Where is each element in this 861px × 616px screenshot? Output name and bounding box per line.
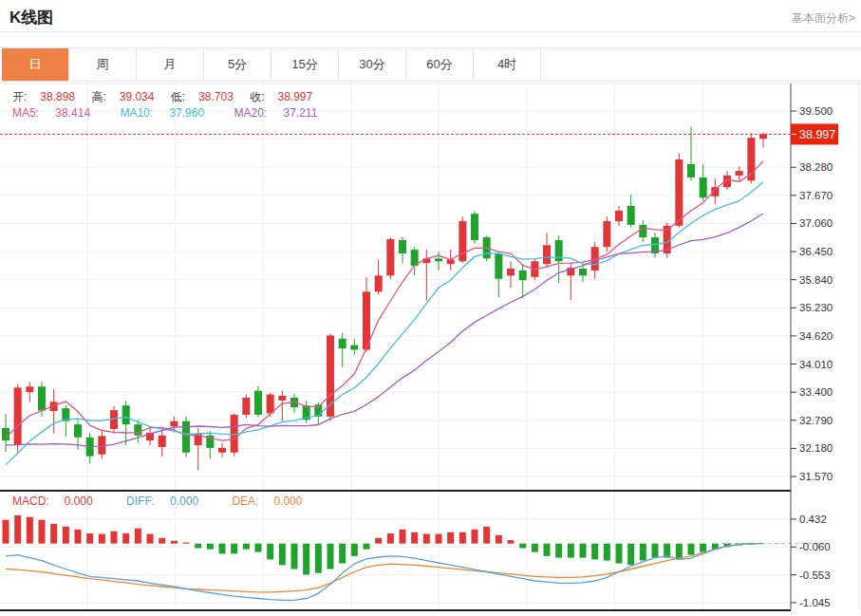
macd-bar <box>568 544 574 558</box>
macd-bar <box>14 515 21 544</box>
macd-bar <box>459 532 466 544</box>
ma20-value: 37.211 <box>284 106 318 120</box>
low-value: 38.703 <box>198 90 234 103</box>
macd-tick-label: -1.045 <box>799 597 831 608</box>
macd-tick-label: -0.060 <box>799 541 831 552</box>
candle-body <box>627 206 635 225</box>
candle-body <box>98 436 105 454</box>
candle-body <box>26 386 33 392</box>
candle-body <box>254 391 262 415</box>
macd-bar <box>472 530 478 544</box>
price-axis-labels: 39.50038.89038.28037.67037.06036.45035.8… <box>791 105 833 482</box>
page-header: K线图 基本面分析> <box>0 0 861 32</box>
dea-label: DEA: <box>232 495 258 508</box>
candle-body <box>134 424 141 436</box>
candle-body <box>543 245 551 264</box>
high-value: 39.034 <box>120 90 155 103</box>
macd-bar <box>411 532 418 544</box>
macd-bar <box>291 544 298 569</box>
ma-readout: MA5: 38.414 MA10: 37.960 MA20: 37.211 <box>12 106 344 120</box>
macd-bar <box>544 544 551 556</box>
macd-bar <box>122 533 129 544</box>
ma10-label: MA10: <box>120 106 153 120</box>
tab-5min[interactable]: 5分 <box>204 48 271 81</box>
price-tick-label: 37.670 <box>799 190 833 201</box>
macd-bar <box>147 534 154 544</box>
macd-bar <box>159 538 165 544</box>
macd-bar <box>39 520 46 544</box>
ma5-value: 38.414 <box>55 106 90 120</box>
macd-bar <box>400 530 406 544</box>
candle-body <box>471 214 478 240</box>
macd-bar <box>86 533 93 544</box>
macd-label: MACD: <box>12 495 49 508</box>
kline-app: K线图 基本面分析> 日 周 月 5分 15分 30分 60分 4时 39.50… <box>0 0 861 616</box>
candle-body <box>675 159 683 226</box>
grid <box>0 84 861 610</box>
macd-bar <box>364 544 370 550</box>
diff-line <box>6 544 763 601</box>
tab-day[interactable]: 日 <box>2 48 69 81</box>
price-tick-label: 32.790 <box>799 415 833 426</box>
candle-body <box>615 211 623 221</box>
macd-bar <box>3 520 9 544</box>
tab-30min[interactable]: 30分 <box>339 48 406 81</box>
ma5-label: MA5: <box>12 106 39 120</box>
open-value: 38.898 <box>40 90 75 103</box>
candle-body <box>386 239 394 275</box>
tab-15min[interactable]: 15分 <box>271 48 339 81</box>
price-tick-label: 35.840 <box>799 274 833 286</box>
fundamental-analysis-link[interactable]: 基本面分析> <box>792 10 855 27</box>
macd-bar <box>591 544 598 560</box>
macd-bar <box>339 544 346 564</box>
price-tick-label: 37.060 <box>799 217 833 229</box>
ma10-line <box>6 182 763 465</box>
high-label: 高: <box>91 90 105 103</box>
macd-bar <box>508 540 515 544</box>
macd-bar <box>423 534 430 544</box>
candle-body <box>639 225 646 237</box>
macd-bar <box>436 534 442 544</box>
candle-body <box>375 275 383 291</box>
macd-bar <box>50 524 57 544</box>
ma20-label: MA20: <box>234 106 267 120</box>
macd-bar <box>555 544 562 558</box>
candle-body <box>74 424 82 438</box>
candle-body <box>350 345 358 350</box>
candle-body <box>687 164 695 177</box>
price-tick-label: 39.500 <box>799 105 833 117</box>
macd-bar <box>135 529 141 544</box>
candle-body <box>507 269 515 275</box>
open-label: 开: <box>12 90 27 103</box>
candle-body <box>700 177 707 197</box>
candle-body <box>170 421 178 426</box>
candle-body <box>242 398 250 415</box>
ma10-value: 37.960 <box>169 106 204 120</box>
macd-bar <box>243 544 250 550</box>
tab-4hour[interactable]: 4时 <box>474 48 541 81</box>
period-tabbar: 日 周 月 5分 15分 30分 60分 4时 <box>0 47 861 82</box>
tab-60min[interactable]: 60分 <box>406 48 474 81</box>
macd-bar <box>99 534 105 544</box>
macd-bar <box>207 544 214 550</box>
macd-bar <box>688 544 695 555</box>
tab-month[interactable]: 月 <box>137 48 204 81</box>
macd-bar <box>519 544 526 549</box>
macd-bar <box>700 544 706 552</box>
candle-body <box>339 339 346 348</box>
candle-body <box>278 396 286 401</box>
macd-bar <box>303 544 309 575</box>
price-tick-label: 35.230 <box>799 302 833 313</box>
price-tick-label: 34.010 <box>799 359 833 370</box>
candle-body <box>495 253 502 279</box>
price-tick-label: 33.400 <box>799 386 833 398</box>
page-title: K线图 <box>9 7 53 28</box>
macd-bar <box>315 544 322 573</box>
macd-tick-label: 0.432 <box>799 513 827 525</box>
tab-week[interactable]: 周 <box>69 48 137 81</box>
macd-bar <box>580 544 587 558</box>
macd-tick-label: -0.553 <box>799 569 831 581</box>
macd-bar <box>351 544 358 556</box>
candle-body <box>122 405 130 424</box>
macd-bar <box>195 544 201 549</box>
